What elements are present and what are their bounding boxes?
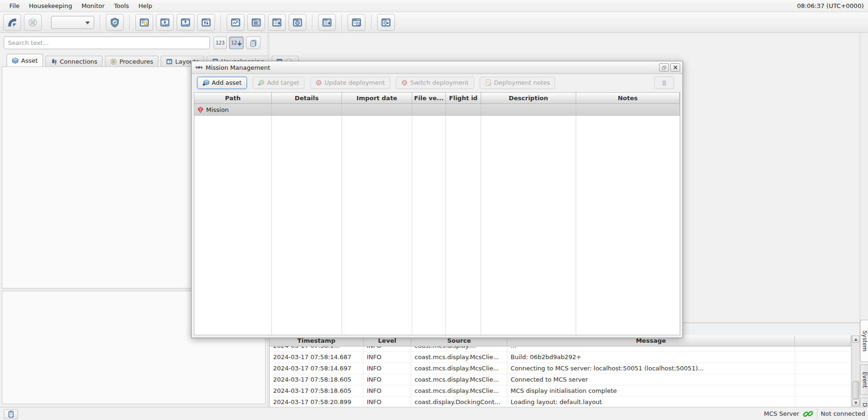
col-flight-id[interactable]: Flight id: [446, 93, 481, 103]
asset-cube-icon: [12, 57, 19, 64]
transfer-manager-button[interactable]: [197, 14, 215, 31]
col-description[interactable]: Description: [481, 93, 576, 103]
scroll-down-arrow[interactable]: ▼: [852, 399, 860, 406]
asset-selector-combobox[interactable]: [51, 16, 94, 29]
cfdp-download-button[interactable]: CFDP: [177, 14, 194, 31]
gear-run-icon: [381, 17, 391, 28]
plot-display-button[interactable]: [227, 14, 245, 31]
connect-ground-station-button[interactable]: [3, 14, 21, 31]
log-row[interactable]: 2024-03-17 07:58:18.605 INFO coast.mcs.d…: [270, 374, 851, 385]
connection-status-area: MCS Server Not connected: [764, 407, 865, 420]
connection-status-label: Not connected: [821, 410, 865, 417]
globe-button[interactable]: [289, 14, 306, 31]
chevron-down-icon: [85, 22, 90, 24]
cell-timestamp: 2024-03-17 07:58:14.697: [270, 363, 364, 374]
close-icon: [673, 65, 678, 70]
sort-descending-button[interactable]: 12: [229, 37, 244, 49]
col-path[interactable]: Path: [194, 93, 272, 103]
schedule-button[interactable]: [348, 14, 365, 31]
update-deployment-button[interactable]: Update deployment: [310, 77, 390, 89]
update-deployment-icon: [315, 79, 322, 86]
clipboard-icon: [7, 410, 15, 418]
mission-gem-icon: [197, 106, 204, 113]
deployment-notes-button[interactable]: Deployment notes: [480, 77, 556, 89]
tab-procedures-label: Procedures: [119, 58, 153, 65]
status-clipboard-button[interactable]: [4, 409, 18, 419]
add-asset-label: Add asset: [212, 79, 242, 86]
log-table[interactable]: Timestamp Level Source Message 2024-03-1…: [269, 335, 851, 407]
mission-table-header[interactable]: Path Details Import date File ve... Flig…: [194, 93, 680, 104]
col-import-date[interactable]: Import date: [342, 93, 412, 103]
menu-file[interactable]: File: [5, 0, 24, 12]
table-export-icon: [322, 17, 332, 28]
archive-export-button[interactable]: [318, 14, 336, 31]
menu-monitor[interactable]: Monitor: [77, 0, 109, 12]
mission-table-body[interactable]: [194, 116, 680, 335]
message-log-icon: [251, 17, 261, 28]
mission-row[interactable]: Mission: [194, 104, 680, 116]
log-scrollbar[interactable]: ▲ ▼: [851, 335, 860, 407]
satellite-dish-disabled-icon: [28, 17, 38, 28]
match-numbers-button[interactable]: 123: [214, 37, 227, 49]
disconnect-ground-station-button: [24, 14, 42, 31]
cfdp-download-icon: CFDP: [180, 17, 191, 28]
log-row[interactable]: 2024-03-17 07:58:20.899 INFO coast.displ…: [270, 397, 851, 407]
menu-bar: File Housekeeping Monitor Tools Help 08:…: [0, 0, 868, 12]
log-row-partial: 2024-03-17 07:58:1... INFO coast.mcs.dis…: [270, 346, 851, 352]
side-tab-system[interactable]: System: [860, 320, 868, 362]
cell-timestamp: 2024-03-17 07:58:18.605: [270, 374, 364, 385]
menu-help[interactable]: Help: [134, 0, 157, 12]
update-deployment-label: Update deployment: [325, 79, 385, 86]
shield-check-icon: [110, 17, 120, 28]
switch-deployment-button[interactable]: Switch deployment: [396, 77, 474, 89]
tab-procedures[interactable]: Procedures: [105, 56, 158, 67]
cell-message: MCS display initialisation complete: [507, 385, 795, 396]
match-numbers-label: 123: [215, 40, 224, 45]
log-row[interactable]: 2024-03-17 07:58:14.697 INFO coast.mcs.d…: [270, 363, 851, 374]
cell-source: coast.mcs.display.McsClie...: [411, 385, 507, 396]
tab-connections-label: Connections: [60, 58, 97, 65]
cell-source: coast.mcs.display.McsClie...: [411, 374, 507, 385]
col-details[interactable]: Details: [272, 93, 342, 103]
message-log-button[interactable]: [247, 14, 265, 31]
tab-asset[interactable]: Asset: [7, 54, 43, 67]
table-export-button[interactable]: [268, 14, 286, 31]
tab-connections[interactable]: Connections: [45, 56, 103, 67]
table-export-icon: [272, 17, 282, 28]
runtime-settings-button[interactable]: [377, 14, 395, 31]
filter-view-button[interactable]: [246, 37, 260, 49]
scroll-thumb[interactable]: [853, 381, 859, 399]
log-row[interactable]: 2024-03-17 07:58:14.687 INFO coast.mcs.d…: [270, 352, 851, 363]
scroll-up-arrow[interactable]: ▲: [852, 336, 860, 343]
add-target-button[interactable]: Add target: [252, 77, 304, 89]
menu-housekeeping[interactable]: Housekeeping: [24, 0, 77, 12]
log-row[interactable]: 2024-03-17 07:58:18.605 INFO coast.mcs.d…: [270, 385, 851, 397]
dialog-toolbar: Add asset Add target Update deployment: [192, 74, 683, 91]
cell-message: Build: 06b2bd9ab292+: [507, 352, 795, 362]
side-tab-details[interactable]: Det: [860, 398, 868, 407]
side-tab-details-label: Det: [861, 403, 868, 407]
mission-table[interactable]: Path Details Import date File ve... Flig…: [194, 92, 680, 335]
right-dock-strip: System Event Det: [860, 33, 868, 407]
side-tab-event[interactable]: Event: [860, 364, 868, 395]
toolbar-separator: [129, 15, 130, 30]
close-button[interactable]: [670, 63, 680, 72]
dialog-title-bar[interactable]: Mission Management: [192, 61, 683, 74]
procedures-scroll-icon: [110, 58, 117, 65]
add-asset-button[interactable]: Add asset: [197, 77, 247, 89]
security-shield-button[interactable]: [106, 14, 124, 31]
asset-browser-button[interactable]: [135, 14, 153, 31]
main-toolbar: CFDP CFDP: [0, 12, 868, 33]
menu-tools[interactable]: Tools: [109, 0, 134, 12]
application-window: File Housekeeping Monitor Tools Help 08:…: [0, 0, 868, 420]
delete-button[interactable]: [654, 76, 674, 89]
cell-level: INFO: [364, 346, 411, 351]
col-notes[interactable]: Notes: [576, 93, 680, 103]
cell-source: coast.mcs.display.McsClie...: [411, 363, 507, 374]
dialog-title: Mission Management: [206, 64, 270, 71]
cfdp-upload-button[interactable]: CFDP: [156, 14, 174, 31]
cell-timestamp: 2024-03-17 07:58:1...: [270, 346, 364, 351]
search-input[interactable]: [4, 37, 210, 49]
maximize-button[interactable]: [659, 63, 669, 72]
col-file-version[interactable]: File ve...: [412, 93, 446, 103]
